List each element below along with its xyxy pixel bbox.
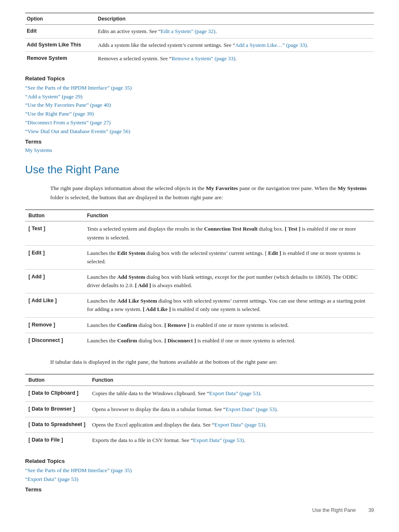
func-browser: Opens a browser to display the data in a…: [89, 401, 374, 417]
data-func-col-header: Function: [89, 374, 374, 386]
rt-term-1[interactable]: My Systems: [25, 146, 374, 154]
related-topics-title: Related Topics: [25, 75, 374, 83]
table-row: Edit Edits an active system. See “Edit a…: [25, 25, 374, 39]
buttons-table: Button Function [ Test ] Tests a selecte…: [25, 209, 374, 348]
remove-system-link[interactable]: Remove a System” (page 33): [171, 55, 235, 62]
option-col-header: Option: [25, 13, 96, 25]
data-btn-col-header: Button: [25, 374, 89, 386]
related-topics-top: Related Topics “See the Parts of the HPD…: [25, 75, 374, 154]
table-row: [ Edit ] Launches the Edit System dialog…: [25, 245, 374, 269]
table-row: [ Add ] Launches the Add System dialog b…: [25, 270, 374, 293]
export-data-link-2[interactable]: Export Data” (page 53): [226, 406, 277, 412]
option-edit: Edit: [25, 25, 96, 39]
bold-my-favorites: My Favorites: [206, 185, 238, 191]
add-system-like-link[interactable]: Add a System Like…” (page 33): [235, 42, 307, 48]
func-test: Tests a selected system and displays the…: [84, 221, 374, 245]
table-row: Remove System Removes a selected system.…: [25, 52, 374, 65]
export-data-link-4[interactable]: Export Data” (page 53): [193, 437, 244, 443]
btn-spreadsheet: [ Data to Spreadsheet ]: [25, 417, 89, 432]
table-row: [ Data to File ] Exports the data to a f…: [25, 432, 374, 448]
table-row: Add System Like This Adds a system like …: [25, 38, 374, 52]
export-data-link-3[interactable]: Export Data” (page 53): [215, 421, 266, 428]
top-options-table: Option Description Edit Edits an active …: [25, 13, 374, 65]
btn-browser: [ Data to Browser ]: [25, 401, 89, 417]
mid-paragraph: If tabular data is displayed in the righ…: [50, 357, 374, 367]
table-row: [ Remove ] Launches the Confirm dialog b…: [25, 317, 374, 333]
btn-remove: [ Remove ]: [25, 317, 84, 333]
rt-link-3[interactable]: “Use the My Favorites Pane” (page 40): [25, 101, 374, 110]
export-data-link-1[interactable]: Export Data” (page 53): [209, 390, 260, 396]
btn-clipboard: [ Data to Clipboard ]: [25, 386, 89, 401]
table-row: [ Data to Browser ] Opens a browser to d…: [25, 401, 374, 417]
footer-page-number: 39: [368, 506, 374, 514]
rt-bottom-link-1[interactable]: “See the Parts of the HPDM Interface” (p…: [25, 466, 374, 475]
rt-link-2[interactable]: “Add a System” (page 29): [25, 93, 374, 101]
page-footer: Use the Right Pane 39: [25, 506, 374, 514]
func-add-like: Launches the Add Like System dialog box …: [84, 293, 374, 317]
table-row: [ Data to Spreadsheet ] Opens the Excel …: [25, 417, 374, 432]
footer-label: Use the Right Pane: [312, 506, 356, 514]
desc-edit: Edits an active system. See “Edit a Syst…: [96, 25, 374, 39]
func-remove: Launches the Confirm dialog box. [ Remov…: [84, 317, 374, 333]
bottom-terms-title: Terms: [25, 486, 374, 494]
terms-title: Terms: [25, 138, 374, 146]
btn-file: [ Data to File ]: [25, 432, 89, 448]
rt-bottom-link-2[interactable]: “Export Data” (page 53): [25, 475, 374, 484]
desc-remove: Removes a selected system. See “Remove a…: [96, 52, 374, 65]
table-row: [ Data to Clipboard ] Copies the table d…: [25, 386, 374, 401]
table-row: [ Disconnect ] Launches the Confirm dial…: [25, 333, 374, 348]
edit-system-link[interactable]: Edit a System” (page 32): [161, 28, 215, 34]
func-add: Launches the Add System dialog box with …: [84, 270, 374, 293]
related-topics-bottom: Related Topics “See the Parts of the HPD…: [25, 457, 374, 494]
btn-add-like: [ Add Like ]: [25, 293, 84, 317]
table-row: [ Test ] Tests a selected system and dis…: [25, 221, 374, 245]
func-clipboard: Copies the table data to the Windows cli…: [89, 386, 374, 401]
data-table: Button Function [ Data to Clipboard ] Co…: [25, 374, 374, 448]
bold-my-systems: My Systems: [338, 185, 366, 191]
table-row: [ Add Like ] Launches the Add Like Syste…: [25, 293, 374, 317]
intro-paragraph: The right pane displays information abou…: [50, 184, 374, 202]
option-add-like: Add System Like This: [25, 38, 96, 52]
func-spreadsheet: Opens the Excel application and displays…: [89, 417, 374, 432]
func-disconnect: Launches the Confirm dialog box. [ Disco…: [84, 333, 374, 348]
desc-col-header: Description: [96, 13, 374, 25]
rt-link-1[interactable]: “See the Parts of the HPDM Interface” (p…: [25, 84, 374, 93]
btn-add: [ Add ]: [25, 270, 84, 293]
func-edit: Launches the Edit System dialog box with…: [84, 245, 374, 269]
rt-link-4[interactable]: “Use the Right Pane” (page 39): [25, 110, 374, 118]
func-file: Exports the data to a file in CSV format…: [89, 432, 374, 448]
rt-link-5[interactable]: “Disconnect From a System” (page 27): [25, 118, 374, 127]
btn-col-header: Button: [25, 210, 84, 221]
section-heading: Use the Right Pane: [25, 162, 374, 178]
btn-test: [ Test ]: [25, 221, 84, 245]
rt-link-6[interactable]: “View Dial Out and Database Events” (pag…: [25, 127, 374, 136]
btn-disconnect: [ Disconnect ]: [25, 333, 84, 348]
option-remove: Remove System: [25, 52, 96, 65]
related-topics-bottom-title: Related Topics: [25, 457, 374, 465]
func-col-header: Function: [84, 210, 374, 221]
btn-edit: [ Edit ]: [25, 245, 84, 269]
desc-add-like: Adds a system like the selected system’s…: [96, 38, 374, 52]
